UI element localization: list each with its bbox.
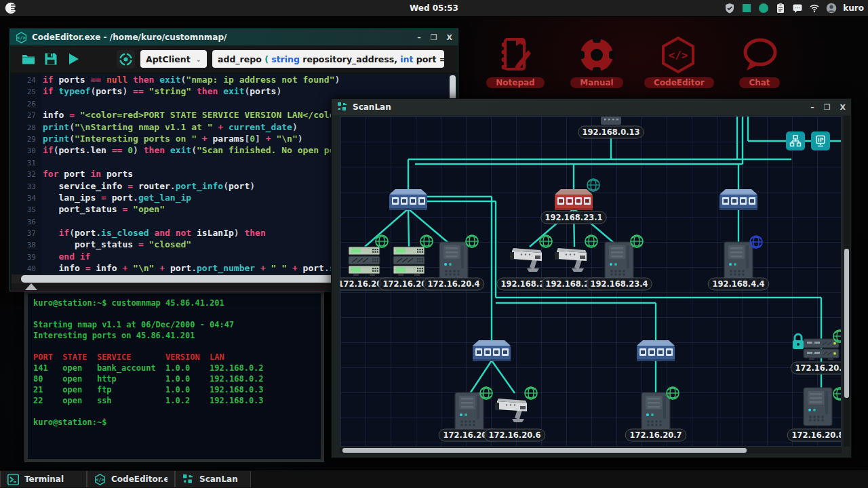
network-node-tower[interactable] bbox=[804, 388, 832, 426]
taskbar-item-label: CodeEditor.exe - … bbox=[111, 474, 167, 484]
terminal-line: 21 open ftp 1.0.0 192.168.0.3 bbox=[33, 384, 315, 395]
svg-text:172.16.20.6: 172.16.20.6 bbox=[488, 430, 540, 440]
terminal-line: PORT STATE SERVICE VERSION LAN bbox=[33, 352, 315, 363]
network-map[interactable]: 192.168.0.13192.168.23.1172.16.20.2172.1… bbox=[340, 116, 842, 447]
network-node-tower[interactable] bbox=[724, 242, 753, 280]
chat-bubble-icon[interactable] bbox=[792, 3, 803, 14]
network-node-camera[interactable] bbox=[555, 248, 587, 272]
network-node-switch[interactable] bbox=[389, 189, 427, 210]
internet-globe-icon bbox=[376, 235, 388, 247]
network-node-switch[interactable] bbox=[719, 189, 757, 210]
codeeditor-icon: </> bbox=[94, 474, 106, 485]
class-selector-dropdown[interactable]: AptClient⌄ bbox=[140, 50, 207, 68]
internet-globe-icon bbox=[833, 330, 842, 342]
notepad-icon bbox=[496, 35, 535, 75]
map-horizontal-scrollbar[interactable] bbox=[340, 447, 842, 453]
internet-globe-icon bbox=[667, 387, 679, 399]
desktop-icon-codeeditor[interactable]: </>CodeEditor bbox=[644, 35, 712, 88]
ip-label[interactable]: 172.16.20.7 bbox=[625, 429, 686, 441]
taskbar-item-codeeditor[interactable]: </>CodeEditor.exe - … bbox=[87, 471, 175, 487]
shield-icon[interactable] bbox=[724, 3, 735, 14]
maximize-button[interactable]: ❒ bbox=[431, 33, 437, 42]
wifi-icon[interactable] bbox=[809, 3, 820, 14]
svg-text:172.16.20.1: 172.16.20.1 bbox=[795, 363, 842, 373]
map-vertical-scrollbar[interactable] bbox=[844, 116, 850, 447]
terminal-line: Interesting ports on 45.86.41.201 bbox=[33, 330, 315, 341]
avatar-icon[interactable] bbox=[826, 3, 837, 14]
code-line[interactable]: 25if typeof(ports) == "string" then exit… bbox=[12, 85, 456, 97]
network-node-rack-dark[interactable] bbox=[804, 339, 839, 360]
network-node-rack-green[interactable] bbox=[349, 247, 380, 276]
ip-label[interactable]: 172.16.20.1 bbox=[791, 362, 842, 374]
os-logo-icon[interactable] bbox=[5, 1, 18, 15]
ip-label[interactable]: 172.16.20.8 bbox=[787, 429, 842, 441]
network-node-camera[interactable] bbox=[495, 399, 527, 422]
ip-label[interactable]: 192.168.4.4 bbox=[708, 278, 769, 290]
terminal-icon bbox=[7, 474, 19, 485]
close-button[interactable]: X bbox=[447, 33, 452, 42]
network-node-camera[interactable] bbox=[510, 248, 542, 272]
svg-text:IP: IP bbox=[818, 137, 824, 143]
close-button[interactable]: X bbox=[840, 103, 846, 112]
green-square-icon[interactable] bbox=[741, 3, 752, 14]
code-line[interactable]: 24if ports == null then exit("nmap: ip a… bbox=[12, 74, 456, 85]
username-label: kuro bbox=[843, 3, 864, 13]
svg-text:192.168.23.1: 192.168.23.1 bbox=[545, 213, 602, 222]
taskbar-item-scanlan[interactable]: ScanLan bbox=[175, 471, 251, 487]
ip-label[interactable]: 192.168.23.1 bbox=[541, 211, 606, 224]
network-node-tower[interactable] bbox=[439, 242, 468, 280]
minimize-button[interactable]: – bbox=[810, 103, 814, 112]
network-node-switch[interactable] bbox=[637, 340, 675, 361]
network-node-stub[interactable] bbox=[601, 117, 621, 125]
svg-text:192.168.23.4: 192.168.23.4 bbox=[590, 279, 648, 289]
svg-text:</>: </> bbox=[96, 477, 104, 483]
desktop-icon-chat[interactable]: Chat bbox=[726, 35, 793, 88]
maximize-button[interactable]: ❒ bbox=[824, 103, 831, 112]
ip-label[interactable]: 172.16.20.6 bbox=[484, 429, 545, 441]
svg-text:</>: </> bbox=[669, 49, 688, 62]
desktop-icon-manual[interactable]: Manual bbox=[563, 35, 631, 88]
ip-label[interactable]: 172.16.20.4 bbox=[423, 278, 484, 290]
network-node-switch-red[interactable] bbox=[555, 189, 593, 210]
taskbar: Terminal</>CodeEditor.exe - …ScanLan bbox=[0, 470, 868, 488]
internet-globe-icon bbox=[587, 179, 599, 191]
network-node-tower[interactable] bbox=[605, 242, 633, 280]
terminal-line: kuro@station:~$ customnmap 45.86.41.201 bbox=[33, 298, 315, 308]
svg-text:192.168.4.4: 192.168.4.4 bbox=[712, 279, 764, 289]
ip-tools-button[interactable]: IP bbox=[811, 131, 830, 150]
ip-label[interactable]: 192.168.0.13 bbox=[578, 126, 644, 138]
desktop-icon-label: Chat bbox=[739, 77, 779, 88]
internet-globe-icon bbox=[525, 387, 537, 399]
network-node-switch[interactable] bbox=[473, 340, 511, 361]
method-signature-dropdown[interactable]: add_repo ( string repository_address, in… bbox=[212, 50, 444, 68]
terminal-output[interactable]: kuro@station:~$ customnmap 45.86.41.201 … bbox=[28, 293, 321, 459]
svg-text:</>: </> bbox=[17, 35, 25, 41]
code-editor-titlebar[interactable]: </> CodeEditor.exe - /home/kuro/customnm… bbox=[10, 29, 458, 45]
save-file-button[interactable] bbox=[42, 51, 59, 68]
api-browser-button[interactable] bbox=[117, 50, 135, 68]
svg-text:172.16.20.8: 172.16.20.8 bbox=[791, 430, 842, 440]
open-file-button[interactable] bbox=[20, 51, 37, 68]
network-node-rack-green[interactable] bbox=[393, 247, 425, 276]
scanlan-title: ScanLan bbox=[353, 102, 806, 112]
terminal-line bbox=[33, 341, 315, 352]
scanlan-titlebar[interactable]: ScanLan – ❒ X bbox=[332, 99, 851, 115]
green-circle-icon[interactable] bbox=[758, 3, 769, 14]
network-node-tower[interactable] bbox=[455, 392, 484, 430]
ip-label[interactable]: 192.168.23.4 bbox=[587, 278, 652, 290]
network-node-tower[interactable] bbox=[642, 392, 670, 430]
taskbar-item-label: ScanLan bbox=[199, 474, 238, 484]
internet-globe-icon bbox=[466, 235, 478, 247]
expand-panel-arrow[interactable] bbox=[25, 283, 37, 290]
terminal-line: 141 open bank_account 1.0.0 192.168.0.2 bbox=[33, 363, 315, 373]
code-editor-toolbar: AptClient⌄ add_repo ( string repository_… bbox=[10, 45, 458, 73]
desktop-icon-notepad[interactable]: Notepad bbox=[481, 35, 549, 88]
network-map-button[interactable] bbox=[786, 131, 805, 150]
terminal-line: 80 open http 1.0.0 192.168.0.2 bbox=[33, 373, 315, 384]
desktop-icon-label: Manual bbox=[570, 77, 623, 88]
minimize-button[interactable]: – bbox=[417, 33, 421, 42]
desktop-icon-label: Notepad bbox=[486, 77, 544, 88]
run-script-button[interactable] bbox=[64, 51, 81, 68]
clipboard-icon[interactable] bbox=[775, 3, 786, 14]
taskbar-item-terminal[interactable]: Terminal bbox=[0, 471, 87, 487]
